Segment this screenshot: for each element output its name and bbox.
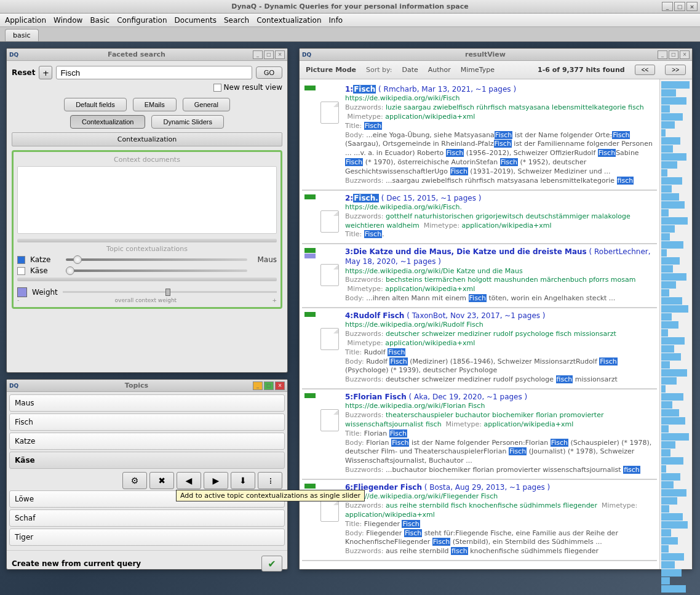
- histogram-bar[interactable]: [661, 561, 675, 569]
- histogram-bar[interactable]: [661, 265, 673, 273]
- histogram-bar[interactable]: [661, 313, 672, 321]
- histogram-bar[interactable]: [661, 585, 686, 593]
- new-result-view-checkbox[interactable]: [213, 84, 221, 92]
- histogram-bar[interactable]: [661, 225, 675, 233]
- histogram-bar[interactable]: [661, 417, 685, 425]
- histogram-bar[interactable]: [661, 353, 681, 361]
- kaese-slider[interactable]: [66, 266, 247, 275]
- weight-slider[interactable]: [63, 286, 277, 298]
- confirm-create-button[interactable]: ✔: [261, 556, 282, 572]
- histogram-bar[interactable]: [661, 209, 669, 217]
- histogram-bar[interactable]: [661, 113, 683, 121]
- kaese-checkbox[interactable]: [17, 267, 25, 275]
- menu-application[interactable]: Application: [5, 16, 46, 25]
- emails-button[interactable]: EMails: [133, 98, 177, 111]
- histogram-bar[interactable]: [661, 329, 668, 337]
- histogram-bar[interactable]: [661, 433, 689, 441]
- histogram-bar[interactable]: [661, 89, 676, 97]
- panel-close-icon[interactable]: ×: [680, 50, 690, 59]
- menu-documents[interactable]: Documents: [175, 16, 217, 25]
- histogram-bar[interactable]: [661, 361, 670, 369]
- sort-author[interactable]: Author: [428, 66, 451, 74]
- menu-info[interactable]: Info: [329, 16, 343, 25]
- result-item[interactable]: 3:Die Katze und die Maus, Die Katze und …: [302, 244, 657, 308]
- histogram-bar[interactable]: [661, 185, 672, 193]
- histogram-bar[interactable]: [661, 537, 678, 545]
- histogram-bar[interactable]: [661, 513, 683, 521]
- result-title[interactable]: 5:Florian Fisch ( Aka, Dec 19, 2020, ~1 …: [345, 392, 654, 402]
- histogram-bar[interactable]: [661, 497, 677, 505]
- menu-configuration[interactable]: Configuration: [117, 16, 167, 25]
- minimize-icon[interactable]: _: [662, 2, 673, 11]
- default-fields-button[interactable]: Default fields: [64, 98, 127, 111]
- topic-item[interactable]: Tiger: [9, 529, 285, 546]
- result-item[interactable]: 4:Rudolf Fisch ( TaxonBot, Nov 23, 2017,…: [302, 308, 657, 389]
- result-item[interactable]: 2:Fisch. ( Dec 15, 2015, ~1 pages )https…: [302, 191, 657, 245]
- panel-minimize-icon[interactable]: _: [253, 50, 263, 59]
- histogram-bar[interactable]: [661, 273, 686, 281]
- histogram-bar[interactable]: [661, 449, 670, 457]
- result-item[interactable]: 1:Fisch ( Rmcharb, Mar 13, 2021, ~1 page…: [302, 82, 657, 191]
- result-title[interactable]: 2:Fisch. ( Dec 15, 2015, ~1 pages ): [345, 193, 654, 203]
- sort-mimetype[interactable]: MimeType: [461, 66, 495, 74]
- histogram-bar[interactable]: [661, 257, 680, 265]
- histogram-bar[interactable]: [661, 425, 669, 433]
- go-button[interactable]: GO: [256, 66, 282, 79]
- histogram-bar[interactable]: [661, 161, 677, 169]
- general-button[interactable]: General: [183, 98, 230, 111]
- close-icon[interactable]: ×: [686, 2, 698, 11]
- histogram-bar[interactable]: [661, 577, 670, 585]
- next-page-button[interactable]: >>: [665, 65, 686, 75]
- histogram-bar[interactable]: [661, 233, 670, 241]
- histogram-bar[interactable]: [661, 145, 673, 153]
- menu-contextualization[interactable]: Contextualization: [257, 16, 321, 25]
- histogram-bar[interactable]: [661, 473, 680, 481]
- topic-item[interactable]: Schaf: [9, 509, 285, 527]
- histogram-bar[interactable]: [661, 393, 683, 401]
- result-url[interactable]: https://de.wikipedia.org/wiki/Fisch.: [345, 203, 654, 212]
- histogram-bar[interactable]: [661, 553, 684, 561]
- panel-maximize-icon[interactable]: □: [264, 50, 274, 59]
- divider-2[interactable]: [17, 278, 277, 281]
- result-title[interactable]: 3:Die Katze und die Maus, Die Katze und …: [345, 247, 654, 266]
- histogram-bar[interactable]: [661, 297, 682, 305]
- delete-icon[interactable]: ✖: [149, 472, 174, 489]
- tab-basic[interactable]: basic: [5, 29, 39, 41]
- maximize-icon[interactable]: □: [674, 2, 685, 11]
- histogram-bar[interactable]: [661, 505, 669, 513]
- slider-right-icon[interactable]: ▶: [204, 472, 228, 489]
- histogram-bar[interactable]: [661, 401, 672, 409]
- gear-icon[interactable]: ⚙: [122, 472, 147, 489]
- menu-basic[interactable]: Basic: [90, 16, 109, 25]
- chart-icon[interactable]: ⫶: [258, 472, 282, 489]
- histogram-bar[interactable]: [661, 193, 679, 201]
- histogram-bar[interactable]: [661, 305, 688, 313]
- topic-item[interactable]: Maus: [9, 394, 285, 412]
- histogram-bar[interactable]: [661, 521, 688, 529]
- histogram-bar[interactable]: [661, 369, 687, 377]
- histogram-bar[interactable]: [661, 545, 669, 553]
- panel-minimize-icon[interactable]: _: [253, 381, 263, 390]
- context-documents-area[interactable]: [17, 166, 277, 234]
- histogram-bar[interactable]: [661, 105, 670, 113]
- result-title[interactable]: 4:Rudolf Fisch ( TaxonBot, Nov 23, 2017,…: [345, 311, 654, 321]
- dynamic-sliders-button[interactable]: Dynamic Sliders: [151, 115, 223, 129]
- prev-page-button[interactable]: <<: [635, 65, 656, 75]
- result-url[interactable]: https://de.wikipedia.org/wiki/Fliegender…: [345, 492, 654, 501]
- picture-mode-button[interactable]: Picture Mode: [306, 66, 356, 74]
- result-title[interactable]: 1:Fisch ( Rmcharb, Mar 13, 2021, ~1 page…: [345, 84, 654, 94]
- panel-maximize-icon[interactable]: □: [669, 50, 678, 59]
- histogram-bar[interactable]: [661, 81, 690, 89]
- histogram-bar[interactable]: [661, 249, 667, 257]
- histogram-bar[interactable]: [661, 377, 677, 385]
- histogram-bar[interactable]: [661, 321, 678, 329]
- histogram-sidebar[interactable]: [660, 79, 692, 569]
- histogram-bar[interactable]: [661, 153, 686, 161]
- histogram-bar[interactable]: [661, 345, 674, 353]
- menu-window[interactable]: Window: [54, 16, 82, 25]
- slider-left-icon[interactable]: ◀: [177, 472, 201, 489]
- result-url[interactable]: https://de.wikipedia.org/wiki/Fisch: [345, 94, 654, 103]
- panel-maximize-icon[interactable]: □: [264, 381, 274, 390]
- result-title[interactable]: 6:Fliegender Fisch ( Bosta, Aug 29, 2013…: [345, 482, 654, 492]
- panel-close-icon[interactable]: ×: [275, 50, 285, 59]
